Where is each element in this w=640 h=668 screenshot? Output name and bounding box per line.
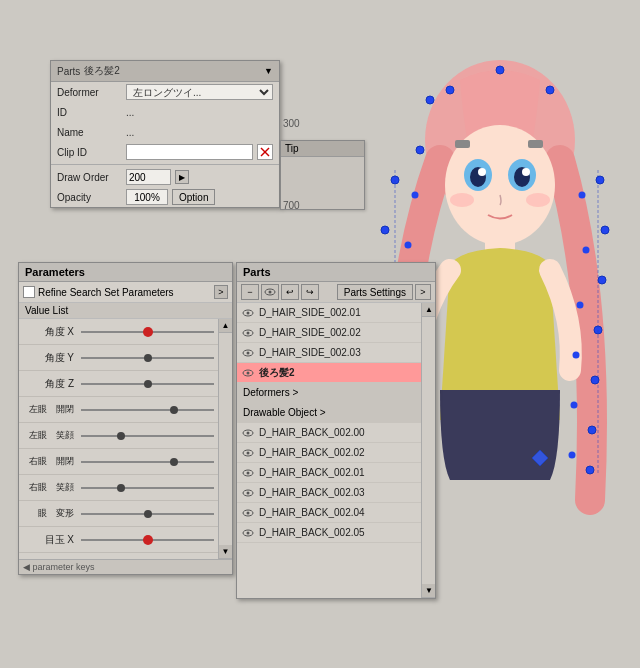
params-scrollbar[interactable]: ▲ ▼ — [218, 319, 232, 559]
scroll-down-btn[interactable]: ▼ — [219, 545, 233, 559]
clip-icon[interactable] — [257, 144, 273, 160]
scroll-down-btn[interactable]: ▼ — [422, 584, 435, 598]
param-label: 角度 X — [23, 325, 78, 339]
search-checkbox[interactable] — [23, 286, 35, 298]
search-expand-btn[interactable]: > — [214, 285, 228, 299]
eye-icon[interactable] — [241, 326, 255, 340]
params-footer: ◀ parameter keys — [19, 559, 232, 574]
svg-point-47 — [569, 452, 576, 459]
param-slider[interactable] — [81, 322, 214, 342]
param-slider[interactable] — [81, 426, 214, 446]
svg-point-69 — [247, 511, 250, 514]
svg-point-43 — [583, 247, 590, 254]
param-label: 左眼 開閉 — [23, 403, 78, 416]
params-row: 右眼 開閉 — [19, 449, 218, 475]
eye-icon[interactable] — [241, 426, 255, 440]
svg-point-15 — [381, 226, 389, 234]
svg-point-65 — [247, 471, 250, 474]
name-value: ... — [126, 127, 134, 138]
opacity-row: Opacity Option — [51, 187, 279, 207]
svg-point-29 — [496, 66, 504, 74]
parts-item[interactable]: D_HAIR_BACK_002.03 — [237, 483, 421, 503]
eye-icon[interactable] — [241, 306, 255, 320]
svg-point-53 — [247, 311, 250, 314]
params-row: 右眼 笑顔 — [19, 475, 218, 501]
inspector-header: Parts 後ろ髪2 ▼ — [51, 61, 279, 82]
svg-point-71 — [247, 531, 250, 534]
name-row: Name ... — [51, 122, 279, 142]
drawable-label: Drawable Object > — [243, 407, 326, 418]
deformers-section[interactable]: Deformers > — [237, 383, 421, 403]
parts-item[interactable]: D_HAIR_BACK_002.04 — [237, 503, 421, 523]
parts-undo-btn[interactable]: ↩ — [281, 284, 299, 300]
parts-item[interactable]: D_HAIR_SIDE_002.02 — [237, 323, 421, 343]
parts-item-name: D_HAIR_BACK_002.02 — [259, 447, 365, 458]
params-row: 角度 X — [19, 319, 218, 345]
parts-eye-btn[interactable] — [261, 284, 279, 300]
params-footer-text: ◀ parameter keys — [23, 562, 95, 572]
eye-icon[interactable] — [241, 446, 255, 460]
param-label: 左眼 笑顔 — [23, 429, 78, 442]
scroll-up-btn[interactable]: ▲ — [422, 303, 435, 317]
eye-icon[interactable] — [241, 526, 255, 540]
param-label: 角度 Z — [23, 377, 78, 391]
parts-item[interactable]: D_HAIR_SIDE_002.01 — [237, 303, 421, 323]
parts-scrollbar[interactable]: ▲ ▼ — [421, 303, 435, 598]
eye-icon[interactable] — [241, 346, 255, 360]
scroll-up-btn[interactable]: ▲ — [219, 319, 233, 333]
parts-item[interactable]: D_HAIR_BACK_002.05 — [237, 523, 421, 543]
draw-order-input[interactable]: 200 — [126, 169, 171, 185]
parts-item[interactable]: D_HAIR_BACK_002.01 — [237, 463, 421, 483]
parts-dropdown-arrow[interactable]: ▼ — [264, 66, 273, 76]
inspector-panel: Parts 後ろ髪2 ▼ Deformer 左ロングツイ... ID ... N… — [50, 60, 280, 208]
param-slider[interactable] — [81, 400, 214, 420]
eye-icon[interactable] — [241, 366, 255, 380]
drawable-section[interactable]: Drawable Object > — [237, 403, 421, 423]
parts-minus-btn[interactable]: − — [241, 284, 259, 300]
param-label: 角度 Y — [23, 351, 78, 365]
param-slider[interactable] — [81, 504, 214, 524]
divider1 — [51, 164, 279, 165]
svg-point-51 — [269, 291, 272, 294]
svg-point-23 — [598, 276, 606, 284]
param-slider[interactable] — [81, 452, 214, 472]
deformer-select[interactable]: 左ロングツイ... — [126, 84, 273, 100]
param-slider[interactable] — [81, 348, 214, 368]
parts-item-name: D_HAIR_BACK_002.03 — [259, 487, 365, 498]
param-slider[interactable] — [81, 478, 214, 498]
clip-id-row: Clip ID — [51, 142, 279, 162]
option-button[interactable]: Option — [172, 189, 215, 205]
parts-item-selected[interactable]: 後ろ髪2 — [237, 363, 421, 383]
parts-item[interactable]: D_HAIR_BACK_002.02 — [237, 443, 421, 463]
eye-icon[interactable] — [241, 486, 255, 500]
parts-expand-btn[interactable]: > — [415, 284, 431, 300]
svg-point-44 — [577, 302, 584, 309]
svg-point-26 — [588, 426, 596, 434]
params-list: 角度 X 角度 Y 角度 Z — [19, 319, 232, 559]
parts-item-name: D_HAIR_BACK_002.01 — [259, 467, 365, 478]
name-label: Name — [57, 127, 122, 138]
param-slider[interactable] — [81, 530, 214, 550]
parameters-panel: Parameters Refine Search Set Parameters … — [18, 262, 233, 575]
opacity-input[interactable] — [126, 189, 168, 205]
draw-order-up-btn[interactable]: ▶ — [175, 170, 189, 184]
parts-redo-btn[interactable]: ↪ — [301, 284, 319, 300]
param-label: 眼 変形 — [23, 507, 78, 520]
parts-list: D_HAIR_SIDE_002.01 D_HAIR_SIDE_002.02 D_… — [237, 303, 435, 598]
parts-item-name: D_HAIR_SIDE_002.02 — [259, 327, 361, 338]
id-label: ID — [57, 107, 122, 118]
clip-id-input[interactable] — [126, 144, 253, 160]
params-row: 角度 Z — [19, 371, 218, 397]
draw-order-label: Draw Order — [57, 172, 122, 183]
parts-item[interactable]: D_HAIR_BACK_002.00 — [237, 423, 421, 443]
eye-icon[interactable] — [241, 466, 255, 480]
svg-point-10 — [526, 193, 550, 207]
eye-icon[interactable] — [241, 506, 255, 520]
parts-settings-button[interactable]: Parts Settings — [337, 284, 413, 300]
parts-item[interactable]: D_HAIR_SIDE_002.03 — [237, 343, 421, 363]
parts-panel: Parts − ↩ ↪ Parts Settings > D_HAIR_SIDE… — [236, 262, 436, 599]
params-row: 左眼 笑顔 — [19, 423, 218, 449]
param-slider[interactable] — [81, 374, 214, 394]
parts-item-name: D_HAIR_BACK_002.00 — [259, 427, 365, 438]
param-label: 目玉 X — [23, 533, 78, 547]
